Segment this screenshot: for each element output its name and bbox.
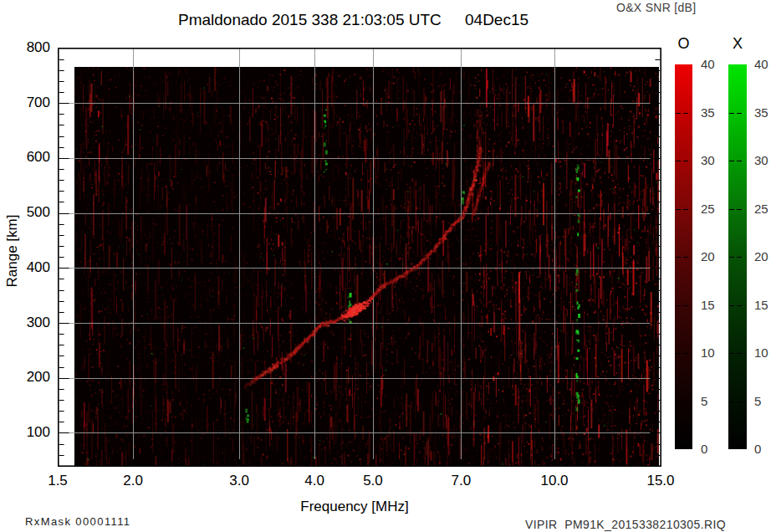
colorbar-tick-label: 10 xyxy=(754,345,768,361)
y-tick-label: 200 xyxy=(10,369,50,386)
colorbar-tick-label: 20 xyxy=(754,249,768,264)
ionogram-plot-canvas xyxy=(58,48,661,468)
colorbar-tick-dash xyxy=(737,353,742,354)
y-tick-label: 500 xyxy=(10,204,50,221)
colorbar-tick-dash xyxy=(683,113,688,114)
y-tick-label: 600 xyxy=(10,149,50,166)
colorbar-tick-dash xyxy=(683,209,688,210)
x-tick-label: 7.0 xyxy=(452,473,472,489)
colorbar-tick-label: 25 xyxy=(701,202,715,217)
colorbar-tick-dash xyxy=(737,161,742,161)
colorbar-tick-label: 0 xyxy=(701,442,707,457)
colorbar-tick-label: 20 xyxy=(701,249,715,264)
colorbar-tick-dash xyxy=(729,161,734,161)
rxmask-footer: RxMask 00001111 xyxy=(25,515,131,528)
colorbar-tick-dash xyxy=(683,161,688,161)
colorbar-tick-dash xyxy=(729,257,734,258)
y-tick-label: 300 xyxy=(10,315,50,331)
y-axis-title: Range [km] xyxy=(4,215,21,288)
x-tick-label: 1.5 xyxy=(48,473,68,489)
colorbar-o-label: O xyxy=(675,35,692,53)
colorbar-tick-label: 30 xyxy=(754,153,768,168)
colorbar-tick-label: 35 xyxy=(754,105,768,120)
y-tick-label: 800 xyxy=(10,39,50,56)
colorbar-tick-label: 30 xyxy=(701,153,715,168)
colorbar-tick-dash xyxy=(737,305,742,306)
colorbar-title: O&X SNR [dB] xyxy=(616,1,696,14)
y-tick-label: 400 xyxy=(10,259,50,276)
colorbar-tick-dash xyxy=(737,402,742,402)
colorbar-tick-dash xyxy=(676,209,681,210)
colorbar-tick-label: 5 xyxy=(754,394,761,409)
colorbar-tick-dash xyxy=(683,402,688,402)
colorbar-tick-label: 40 xyxy=(701,57,715,72)
colorbar-tick-dash xyxy=(737,113,742,114)
colorbar-tick-dash xyxy=(676,305,681,306)
colorbar-tick-dash xyxy=(737,209,742,210)
colorbar-tick-dash xyxy=(683,353,688,354)
colorbar-tick-dash xyxy=(683,257,688,258)
colorbar-tick-label: 15 xyxy=(754,298,768,313)
x-tick-label: 3.0 xyxy=(229,473,249,489)
colorbar-tick-dash xyxy=(729,209,734,210)
colorbar-tick-dash xyxy=(737,257,742,258)
colorbar-tick-dash xyxy=(729,402,734,402)
x-tick-label: 2.0 xyxy=(123,473,143,489)
colorbar-tick-dash xyxy=(676,402,681,402)
colorbar-tick-dash xyxy=(676,257,681,258)
colorbar-tick-dash xyxy=(676,353,681,354)
colorbar-tick-label: 35 xyxy=(701,105,715,120)
colorbar-tick-dash xyxy=(729,353,734,354)
colorbar-tick-dash xyxy=(676,161,681,161)
x-tick-label: 4.0 xyxy=(304,473,324,489)
colorbar-tick-label: 5 xyxy=(701,394,707,409)
ionogram-view: Pmaldonado 2015 338 21:03:05 UTC 04Dec15… xyxy=(0,0,771,532)
plot-date: 04Dec15 xyxy=(465,11,528,29)
colorbar-tick-label: 25 xyxy=(754,202,768,217)
y-tick-label: 100 xyxy=(10,424,50,441)
y-tick-label: 700 xyxy=(10,95,50,111)
x-tick-label: 15.0 xyxy=(646,473,674,489)
x-axis-title: Frequency [MHz] xyxy=(300,499,408,515)
colorbar-tick-label: 15 xyxy=(701,298,715,313)
colorbar-tick-dash xyxy=(676,113,681,114)
colorbar-tick-label: 0 xyxy=(754,442,761,457)
page-title: Pmaldonado 2015 338 21:03:05 UTC xyxy=(178,11,442,29)
colorbar-tick-label: 10 xyxy=(701,345,715,361)
colorbar-tick-dash xyxy=(729,305,734,306)
colorbar-tick-dash xyxy=(729,113,734,114)
x-tick-label: 10.0 xyxy=(540,473,568,489)
filename-footer: VIPIR PM91K_2015338210305.RIQ xyxy=(525,518,726,531)
colorbar-tick-label: 40 xyxy=(754,57,768,72)
x-tick-label: 5.0 xyxy=(363,473,383,489)
colorbar-tick-dash xyxy=(683,305,688,306)
colorbar-x-label: X xyxy=(728,35,747,53)
